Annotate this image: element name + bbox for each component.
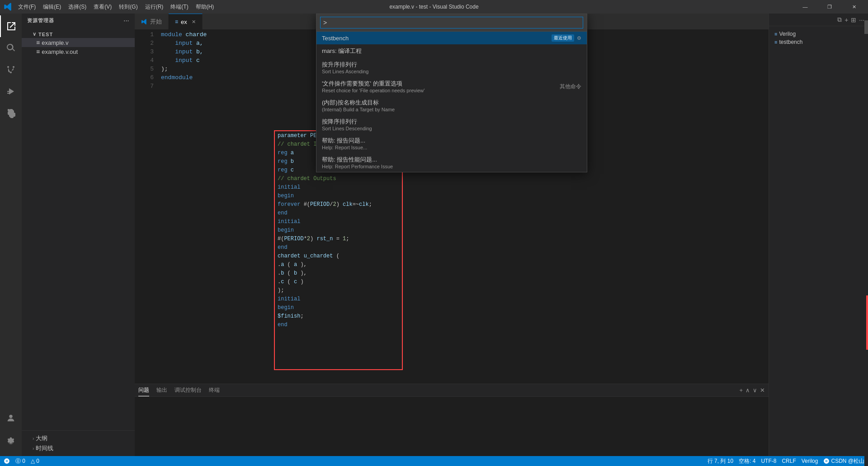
right-panel-item-testbench[interactable]: ≡ testbench (773, 38, 864, 46)
command-item-report-perf[interactable]: 帮助: 报告性能问题... Help: Report Performance I… (316, 153, 587, 172)
title-bar-left: 文件(F) 编辑(E) 选择(S) 查看(V) 转到(G) 运行(R) 终端(T… (4, 1, 217, 13)
status-bar: ⓪ 0 △ 0 行 7, 列 10 空格: 4 UTF-8 CRLF Veril… (0, 456, 868, 466)
command-item-build-sub: (Internal) Build a Target by Name (322, 107, 395, 112)
line-num-3: 3 (138, 48, 154, 56)
tb-line-23: .b ( b ), (278, 269, 399, 278)
minimize-button[interactable]: — (795, 0, 816, 14)
command-palette-input[interactable] (320, 17, 583, 29)
sidebar-more-button[interactable]: ··· (124, 18, 129, 24)
close-button[interactable]: ✕ (844, 0, 864, 14)
activity-explorer-icon[interactable] (0, 15, 22, 37)
panel-tab-debug[interactable]: 调试控制台 (175, 385, 202, 396)
menu-select[interactable]: 选择(S) (65, 1, 90, 13)
command-item-mars[interactable]: mars: 编译工程 (316, 44, 587, 58)
tb-line-27: initial (278, 295, 399, 304)
menu-goto[interactable]: 转到(G) (115, 1, 141, 13)
command-item-file-reset[interactable]: '文件操作需要预览' 的重置选项 Reset choice for 'File … (316, 77, 587, 96)
right-panel-plus-icon[interactable]: + (844, 16, 848, 24)
tb-line-31: end (278, 321, 399, 329)
tab-example-label: ex (181, 19, 187, 25)
activity-bar (0, 14, 22, 456)
command-item-sort-desc-left: 按降序排列行 Sort Lines Descending (322, 118, 372, 131)
status-line-ending[interactable]: CRLF (782, 458, 796, 464)
command-item-sort-desc[interactable]: 按降序排列行 Sort Lines Descending (316, 115, 587, 134)
outline-label: 大纲 (36, 434, 47, 442)
tb-line-12: begin (278, 192, 399, 200)
activity-git-icon[interactable] (0, 59, 22, 81)
menu-run[interactable]: 运行(R) (142, 1, 167, 13)
menu-edit[interactable]: 编辑(E) (39, 1, 65, 13)
status-encoding[interactable]: UTF-8 (761, 458, 776, 464)
right-scroll-indicator (866, 295, 868, 350)
test-folder-label[interactable]: ∨ TEST (22, 28, 135, 38)
command-item-report-issue[interactable]: 帮助: 报告问题... Help: Report Issue... (316, 134, 587, 153)
menu-terminal[interactable]: 终端(T) (167, 1, 192, 13)
status-language[interactable]: Verilog (802, 458, 818, 464)
activity-extensions-icon[interactable] (0, 102, 22, 124)
right-panel-expand-icon[interactable]: ⊞ (851, 16, 856, 24)
panel-content (135, 397, 769, 404)
menu-help[interactable]: 帮助(H) (192, 1, 218, 13)
tab-start-label: 开始 (150, 18, 162, 26)
panel-tab-terminal[interactable]: 终端 (209, 385, 220, 396)
right-panel-more-icon[interactable]: ··· (859, 16, 864, 24)
activity-account-icon[interactable] (0, 407, 22, 429)
menu-file[interactable]: 文件(F) (14, 1, 39, 13)
panel-chevron-up-icon[interactable]: ∧ (745, 387, 750, 394)
tab-close-icon[interactable]: ✕ (192, 19, 196, 25)
status-errors[interactable]: ⓪ 0 (15, 457, 25, 465)
status-remote-icon[interactable] (4, 458, 10, 464)
panel-add-icon[interactable]: + (739, 387, 743, 394)
right-scrollbar-thumb[interactable] (864, 20, 868, 34)
status-warnings[interactable]: △ 0 (31, 458, 39, 464)
status-user[interactable]: CSDN @松山 (823, 457, 864, 465)
activity-search-icon[interactable] (0, 37, 22, 59)
command-item-report-perf-sub: Help: Report Performance Issue (322, 164, 393, 169)
status-indent[interactable]: 空格: 4 (739, 457, 755, 465)
command-item-testbench[interactable]: Testbench 最近使用 ⚙ (316, 32, 587, 44)
sidebar-header: 资源管理器 ··· (22, 14, 135, 28)
tb-line-13: forever #(PERIOD/2) clk=~clk; (278, 200, 399, 209)
status-right: 行 7, 列 10 空格: 4 UTF-8 CRLF Verilog CSDN … (708, 457, 864, 465)
tb-line-22: .a ( a ), (278, 261, 399, 269)
tab-file-icon: ≡ (175, 19, 178, 25)
command-gear-icon[interactable]: ⚙ (577, 35, 581, 41)
command-item-sort-asc-title: 按升序排列行 (322, 61, 368, 69)
restore-button[interactable]: ❐ (819, 0, 840, 14)
command-item-report-issue-sub: Help: Report Issue... (322, 145, 367, 150)
panel-tab-problems[interactable]: 问题 (138, 385, 149, 396)
status-position[interactable]: 行 7, 列 10 (708, 457, 733, 465)
sidebar-item-example-v[interactable]: ≡ example.v (22, 38, 135, 47)
right-panel-item-verilog[interactable]: ≡ Verilog (773, 30, 864, 38)
tab-example[interactable]: ≡ ex ✕ (169, 14, 203, 29)
command-item-testbench-right: 最近使用 ⚙ (552, 34, 581, 42)
tb-line-24: .c ( c ) (278, 278, 399, 286)
right-file-icon-1: ≡ (774, 31, 777, 37)
panel-chevron-down-icon[interactable]: ∨ (753, 387, 757, 394)
sidebar-timeline[interactable]: › 时间线 (27, 443, 129, 453)
tb-line-19: end (278, 243, 399, 252)
tb-line-28: begin (278, 304, 399, 312)
menu-view[interactable]: 查看(V) (90, 1, 115, 13)
right-panel-split-icon[interactable]: ⧉ (837, 16, 842, 24)
right-item-testbench-label: testbench (779, 39, 802, 45)
sidebar-item-example-v-out[interactable]: ≡ example.v.out (22, 47, 135, 56)
panel-tab-output[interactable]: 输出 (156, 385, 167, 396)
command-item-build[interactable]: (内部)按名称生成目标 (Internal) Build a Target by… (316, 96, 587, 115)
activity-settings-icon[interactable] (0, 431, 22, 452)
command-item-testbench-title: Testbench (322, 35, 349, 42)
tab-start[interactable]: 开始 (135, 14, 169, 29)
right-scrollbar[interactable] (864, 16, 868, 456)
sidebar-outline[interactable]: › 大纲 (27, 433, 129, 443)
svg-point-2 (10, 71, 12, 73)
file-icon: ≡ (36, 39, 40, 46)
command-item-sort-asc[interactable]: 按升序排列行 Sort Lines Ascending (316, 58, 587, 77)
command-item-sort-desc-title: 按降序排列行 (322, 118, 372, 126)
activity-run-icon[interactable] (0, 81, 22, 102)
line-num-7: 7 (138, 82, 154, 90)
command-item-file-reset-sub: Reset choice for 'File operation needs p… (322, 88, 425, 93)
panel-close-icon[interactable]: ✕ (760, 387, 765, 394)
command-item-file-reset-right: 其他命令 (560, 83, 581, 90)
tb-line-8: // chardet Outputs (278, 175, 399, 183)
right-item-verilog-label: Verilog (779, 31, 796, 37)
